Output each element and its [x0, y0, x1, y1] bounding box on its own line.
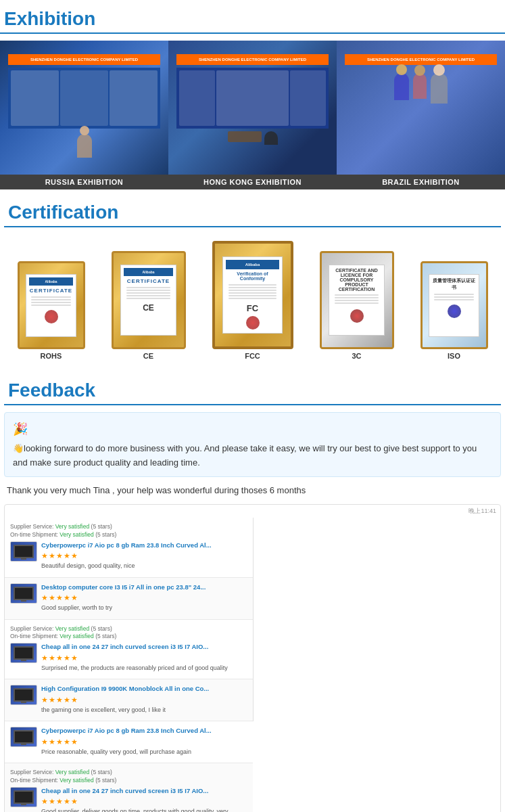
cert-rohs-inner: Alibaba CERTIFICATE [26, 274, 76, 337]
cert-rohs-image: Alibaba CERTIFICATE [18, 261, 85, 349]
review-l1-service-rating: Very satisfied [55, 523, 90, 530]
review-l1-supplier: Supplier Service: Very satisfied (5 star… [10, 523, 247, 539]
cert-ce-label: CE [143, 352, 153, 360]
cert-line [31, 299, 71, 300]
cert-line [126, 295, 171, 296]
cert-iso-image: 质量管理体系认证证书 [420, 261, 488, 349]
reviews-container: 晚上11:41 Supplier Service: Very satisfied… [4, 504, 501, 812]
wave-emoji: 👋 [13, 443, 24, 453]
review-r2-monitor [14, 790, 34, 804]
brazil-head-1 [396, 64, 407, 75]
exhibition-section: Exhibition SHENZHEN DONGHE ELECTRONIC CO… [0, 0, 505, 189]
cert-ce: Alibaba CERTIFICATE CE CE [112, 251, 186, 360]
review-l3-service-stars: (5 stars) [91, 625, 112, 632]
exhibition-hongkong: SHENZHEN DONGHE ELECTRONIC COMPANY LIMIT… [168, 41, 337, 189]
brazil-people-area [345, 73, 496, 104]
hongkong-table-area [176, 131, 328, 145]
review-r1-thumb [10, 727, 37, 747]
cert-3c-seal [350, 309, 364, 323]
feedback-message-text: 👋looking forward to do more business wit… [13, 442, 492, 470]
review-r1-product-area: Cyberpowerpc i7 Aio pc 8 gb Ram 23.8 Inc… [10, 727, 247, 756]
review-l2-text: Good supplier, worth to try [41, 604, 206, 612]
reviews-left-col: Supplier Service: Very satisfied (5 star… [5, 518, 253, 721]
exhibition-images: SHENZHEN DONGHE ELECTRONIC COMPANY LIMIT… [0, 41, 505, 189]
cert-ce-headerbar: Alibaba [124, 268, 173, 276]
brazil-booth-decor: SHENZHEN DONGHE ELECTRONIC COMPANY LIMIT… [345, 54, 496, 161]
review-r1-content: Cyberpowerpc i7 Aio pc 8 gb Ram 23.8 Inc… [41, 727, 212, 756]
review-l3-supplier: Supplier Service: Very satisfied (5 star… [10, 625, 247, 641]
certification-section: Certification Alibaba CERTIFICATE ROHS [0, 189, 505, 367]
review-l2-product-area: Desktop computer core I3 I5 i7 All in on… [10, 583, 247, 612]
review-l2-monitor [14, 587, 34, 600]
cert-line [229, 298, 277, 299]
cert-line [229, 295, 277, 296]
review-r1-stars: ★★★★★ [41, 738, 212, 746]
cert-line [229, 292, 277, 294]
feedback-emoji: 🎉 [13, 420, 492, 439]
russia-booth-wall [8, 68, 160, 129]
cert-rohs: Alibaba CERTIFICATE ROHS [18, 261, 85, 360]
feedback-title: Feedback [4, 374, 501, 405]
cert-line [31, 302, 71, 303]
review-l3-shipment-rating: Very satisfied [59, 633, 94, 639]
review-l2-stars: ★★★★★ [41, 593, 206, 602]
russia-person [77, 134, 92, 158]
exhibition-russia: SHENZHEN DONGHE ELECTRONIC COMPANY LIMIT… [0, 41, 168, 189]
review-r2-stars: ★★★★★ [41, 797, 247, 806]
cert-3c: CERTIFICATE AND LICENCE FOR COMPULSORY P… [320, 251, 394, 360]
brazil-person-2 [413, 73, 427, 99]
review-l1-monitor [14, 545, 34, 558]
review-l3-service-rating: Very satisfied [55, 625, 90, 632]
cert-line [126, 298, 171, 299]
review-l3-product-area: Cheap all in one 24 27 inch curved scree… [10, 643, 247, 672]
cert-rohs-label: ROHS [41, 352, 62, 360]
review-r2-product-name: Cheap all in one 24 27 inch curved scree… [41, 787, 247, 795]
russia-panel-3 [110, 70, 158, 126]
cert-rohs-lines [31, 295, 71, 307]
review-l2-content: Desktop computer core I3 I5 i7 All in on… [41, 583, 206, 612]
cert-fcc-brand: Alibaba [245, 263, 260, 267]
review-left-4: High Configuration I9 9900K Monoblock Al… [5, 679, 253, 721]
cert-iso-seal [448, 304, 461, 318]
cert-ce-brand: Alibaba [142, 270, 154, 274]
russia-person-area [8, 134, 160, 158]
cert-line [126, 290, 171, 291]
cert-ce-lines [126, 286, 171, 300]
review-l1-shipment-rating: Very satisfied [59, 531, 94, 538]
russia-image: SHENZHEN DONGHE ELECTRONIC COMPANY LIMIT… [0, 41, 168, 175]
review-l4-monitor [14, 688, 34, 702]
cert-3c-header: CERTIFICATE AND LICENCE FOR COMPULSORY P… [332, 268, 381, 292]
review-l3-monitor [14, 646, 34, 660]
cert-fcc-label: FCC [245, 352, 260, 360]
exhibition-title: Exhibition [0, 3, 505, 34]
brazil-label: BRAZIL EXHIBITION [337, 175, 505, 189]
hongkong-image: SHENZHEN DONGHE ELECTRONIC COMPANY LIMIT… [168, 41, 337, 175]
review-l1-thumb [10, 541, 37, 562]
certification-title: Certification [4, 196, 501, 227]
cert-3c-lines [335, 293, 379, 305]
review-l3-shipment-stars: (5 stars) [95, 633, 116, 639]
review-l1-shipment-stars: (5 stars) [95, 531, 116, 538]
review-l4-text: the gaming one is excellent, very good, … [41, 706, 209, 715]
review-l4-stars: ★★★★★ [41, 696, 209, 704]
review-r2-thumb [10, 787, 37, 807]
cert-fcc-headerbar: Alibaba [226, 260, 280, 269]
cert-3c-inner: CERTIFICATE AND LICENCE FOR COMPULSORY P… [329, 265, 385, 335]
review-l1-product-area: Cyberpowerpc i7 Aio pc 8 gb Ram 23.8 Inc… [10, 541, 247, 570]
review-right-2: Supplier Service: Very satisfied (5 star… [5, 763, 253, 812]
cert-ce-image: Alibaba CERTIFICATE CE [112, 251, 186, 349]
cert-line [335, 297, 379, 298]
hk-panel-3 [290, 70, 326, 126]
cert-iso-inner: 质量管理体系认证证书 [429, 274, 479, 337]
brazil-person-3 [431, 73, 448, 104]
hongkong-booth-decor: SHENZHEN DONGHE ELECTRONIC COMPANY LIMIT… [176, 54, 328, 161]
review-time: 晚上11:41 [5, 505, 500, 518]
review-r2-service-stars: (5 stars) [91, 769, 112, 775]
cert-3c-image: CERTIFICATE AND LICENCE FOR COMPULSORY P… [320, 251, 394, 349]
review-l4-thumb [10, 685, 37, 705]
review-l3-text: Surprised me, the products are reasonabl… [41, 664, 228, 673]
review-l4-content: High Configuration I9 9900K Monoblock Al… [41, 685, 209, 714]
cert-line [434, 299, 474, 300]
feedback-section: Feedback 🎉 👋looking forward to do more b… [0, 367, 505, 812]
certification-images: Alibaba CERTIFICATE ROHS Alibaba [4, 234, 501, 363]
